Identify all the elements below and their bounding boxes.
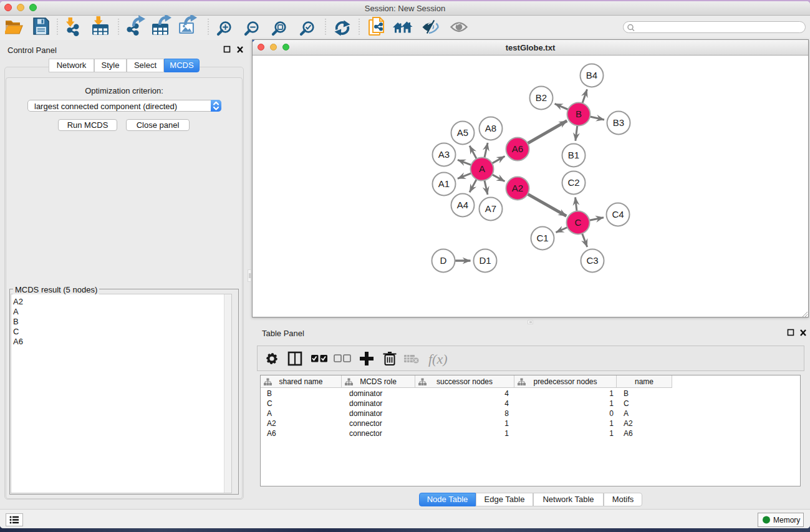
svg-text:D1: D1 — [479, 255, 491, 266]
svg-text:A1: A1 — [438, 178, 450, 189]
svg-text:A3: A3 — [438, 149, 450, 160]
svg-text:B2: B2 — [536, 92, 547, 103]
svg-text:A5: A5 — [457, 127, 468, 138]
svg-text:A: A — [479, 163, 485, 174]
svg-text:C2: C2 — [567, 177, 579, 188]
svg-text:C1: C1 — [536, 233, 548, 243]
svg-text:A2: A2 — [512, 183, 523, 193]
svg-text:B3: B3 — [613, 117, 624, 128]
svg-text:A6: A6 — [512, 143, 523, 154]
svg-text:B4: B4 — [586, 70, 597, 80]
svg-text:C: C — [575, 217, 582, 228]
svg-text:Memory: Memory — [773, 516, 800, 525]
svg-text:C4: C4 — [612, 209, 624, 220]
svg-text:B1: B1 — [568, 150, 579, 160]
svg-text:A8: A8 — [485, 123, 496, 133]
svg-text:f(x): f(x) — [428, 351, 448, 367]
svg-text:C3: C3 — [586, 255, 598, 266]
svg-text:D: D — [440, 255, 447, 266]
svg-text:A4: A4 — [457, 200, 468, 210]
svg-text:B: B — [576, 109, 582, 119]
svg-text:A7: A7 — [485, 203, 496, 214]
